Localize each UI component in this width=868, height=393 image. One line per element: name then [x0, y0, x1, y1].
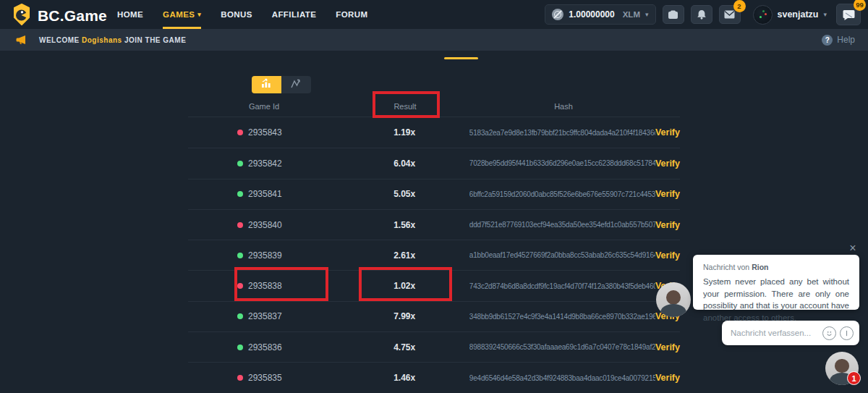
hash-value: 743c2d874b6d8a8dcdf9fc19acf4d70f74f12a38…: [469, 282, 655, 290]
chat-sender-name: Rion: [752, 263, 768, 271]
chat-sender-avatar: [656, 282, 691, 317]
game-id-cell: 2935841: [188, 189, 339, 199]
hash-value: 7028be95dd95f441b633d6d296e0ae15cc6238dd…: [469, 159, 655, 167]
user-avatar: [753, 5, 773, 25]
emoji-icon[interactable]: [822, 326, 836, 340]
nav-item-affiliate[interactable]: AFFILIATE: [272, 0, 317, 29]
trend-chart-icon: [291, 78, 302, 91]
game-id-cell: 2935835: [188, 373, 339, 383]
mail-badge: 2: [733, 0, 746, 12]
game-id: 2935840: [248, 220, 282, 230]
status-dot: [237, 191, 243, 197]
hash-value: 5183a2ea7e9d8e13fb79bbf21bc9ffc804dada4a…: [469, 129, 655, 137]
balance-dropdown[interactable]: 1.00000000 XLM ▾: [545, 4, 655, 25]
nav-label: HOME: [117, 10, 143, 19]
game-id: 2935837: [248, 311, 282, 321]
envelope-icon: [724, 10, 735, 19]
game-id: 2935841: [248, 189, 282, 199]
bar-chart-view-button[interactable]: [252, 76, 281, 93]
chat-message-card: Nachricht von Rion System never placed a…: [693, 255, 859, 310]
game-id-cell: 2935840: [188, 220, 339, 230]
chat-message-text: System never placed any bet without your…: [703, 276, 849, 324]
chat-message-input[interactable]: [731, 329, 819, 337]
result-value: 2.61x: [339, 250, 469, 261]
status-dot: [237, 345, 243, 350]
result-value: 1.46x: [339, 373, 469, 383]
announcement-username: Dogishans: [82, 36, 122, 44]
notifications-button[interactable]: [691, 5, 712, 24]
help-button[interactable]: ? Help: [822, 35, 855, 46]
balance-amount: 1.00000000: [569, 9, 614, 20]
result-value: 1.56x: [339, 220, 469, 230]
account-menu[interactable]: svenjatzu ▾: [753, 5, 827, 25]
status-dot: [237, 161, 243, 166]
status-dot: [237, 375, 243, 381]
nav-item-forum[interactable]: FORUM: [336, 0, 367, 29]
game-id-cell: 2935838: [188, 281, 339, 291]
result-value: 1.02x: [339, 281, 469, 291]
chevron-down-icon: ▾: [197, 12, 201, 18]
game-id-cell: 2935843: [188, 127, 339, 138]
nav-item-home[interactable]: HOME: [117, 0, 143, 29]
verify-link[interactable]: Verify: [655, 159, 680, 169]
nav-label: FORUM: [336, 10, 367, 19]
top-navigation-bar: BC.Game HOMEGAMES▾BONUSAFFILIATEFORUM 1.…: [0, 0, 868, 29]
verify-link[interactable]: Verify: [655, 342, 680, 352]
header-game-id: Game Id: [188, 102, 340, 111]
status-dot: [237, 222, 243, 228]
game-id: 2935835: [248, 373, 282, 383]
chat-badge: 99: [854, 0, 866, 11]
brand-logo[interactable]: BC.Game: [12, 4, 107, 28]
game-id-cell: 2935839: [188, 250, 339, 261]
status-dot: [237, 313, 243, 319]
brand-name: BC.Game: [38, 7, 107, 25]
username: svenjatzu: [778, 9, 819, 20]
chevron-down-icon: ▾: [823, 11, 827, 18]
history-view-toggle: [252, 76, 311, 93]
hash-value: 9e4d6546d4e58a42d3b4f924883baa4daac019ce…: [469, 374, 655, 382]
game-id: 2935843: [248, 127, 282, 138]
attachment-icon[interactable]: [840, 326, 854, 340]
result-value: 4.75x: [339, 342, 469, 352]
table-row: 29358381.02x743c2d874b6d8a8dcdf9fc19acf4…: [188, 270, 680, 300]
help-label: Help: [837, 35, 855, 45]
nav-label: GAMES: [163, 10, 195, 19]
result-value: 7.99x: [339, 311, 469, 321]
vault-button[interactable]: [663, 5, 684, 24]
table-row: 29358415.05x6bffc2a59159d2060d0abc85f526…: [188, 179, 680, 209]
game-id-cell: 2935842: [188, 159, 339, 169]
status-dot: [237, 283, 243, 289]
table-row: 29358351.46x9e4d6546d4e58a42d3b4f924883b…: [188, 362, 680, 392]
nav-item-bonus[interactable]: BONUS: [221, 0, 252, 29]
nav-label: BONUS: [221, 10, 252, 19]
trend-chart-view-button[interactable]: [281, 76, 311, 93]
question-mark-icon: ?: [822, 35, 833, 46]
verify-link[interactable]: Verify: [655, 220, 680, 230]
xlm-coin-icon: [552, 9, 563, 20]
verify-link[interactable]: Verify: [655, 250, 680, 261]
main-nav: HOMEGAMES▾BONUSAFFILIATEFORUM: [117, 0, 367, 29]
verify-link[interactable]: Verify: [655, 127, 680, 138]
bar-chart-icon: [261, 78, 273, 91]
verify-link[interactable]: Verify: [655, 189, 680, 199]
game-id-cell: 2935837: [188, 311, 339, 321]
hash-value: ddd7f521e87769103ecf94ea35da50ee354efd1c…: [469, 221, 655, 229]
status-dot: [237, 253, 243, 258]
chat-message-title: Nachricht von Rion: [703, 263, 849, 271]
active-tab-underline: [444, 57, 478, 59]
nav-label: AFFILIATE: [272, 10, 317, 19]
bell-icon: [697, 9, 707, 20]
table-header-row: Game Id Result Hash: [188, 96, 680, 117]
result-value: 1.19x: [339, 127, 469, 138]
nav-item-games[interactable]: GAMES▾: [163, 0, 201, 29]
chat-toggle-button[interactable]: 99: [836, 4, 861, 25]
hash-value: 8988392450666c53f30afaaaea69c1d6a7c0407e…: [469, 343, 655, 351]
table-row: 29358401.56xddd7f521e87769103ecf94ea35da…: [188, 209, 680, 240]
game-id: 2935838: [248, 281, 282, 291]
status-dot: [237, 130, 243, 135]
game-history-table: Game Id Result Hash 29358431.19x5183a2ea…: [188, 96, 680, 393]
chat-close-icon[interactable]: ×: [846, 242, 859, 255]
verify-link[interactable]: Verify: [655, 373, 680, 383]
messages-button[interactable]: 2: [719, 5, 741, 24]
chevron-down-icon: ▾: [645, 11, 649, 18]
